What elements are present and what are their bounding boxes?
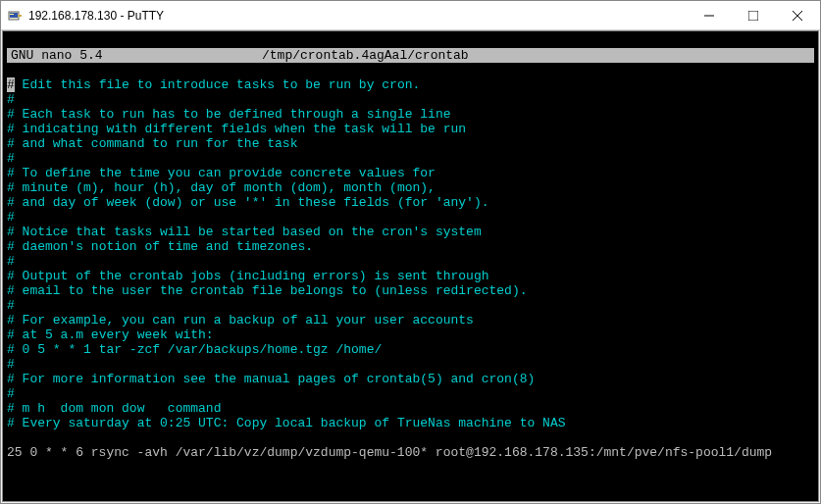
file-line: # For more information see the manual pa… [7,372,814,386]
file-line: # [7,357,814,372]
nano-file-path: /tmp/crontab.4agAal/crontab [262,48,814,63]
comment-hash: # [7,166,15,180]
comment-hash: # [7,225,15,239]
file-line: # and what command to run for the task [7,136,814,151]
line-text: email to the user the crontab file belon… [15,283,528,298]
file-line: # [7,92,814,107]
comment-hash: # [7,313,15,328]
file-line: # Edit this file to introduce tasks to b… [7,77,814,92]
line-text: For more information see the manual page… [15,372,536,386]
comment-hash: # [7,254,15,269]
file-content: # Edit this file to introduce tasks to b… [7,77,814,430]
window-controls [687,1,820,29]
line-text: daemon's notion of time and timezones. [15,239,313,254]
file-line: # [7,210,814,225]
line-text: indicating with different fields when th… [15,122,466,136]
comment-hash: # [7,122,15,136]
comment-hash: # [7,107,15,122]
line-text: 0 5 * * 1 tar -zcf /var/backups/home.tgz… [15,342,382,357]
svg-rect-5 [748,11,758,21]
file-line: # For example, you can run a backup of a… [7,313,814,328]
file-line: # [7,298,814,313]
file-line: # indicating with different fields when … [7,122,814,136]
file-line: # email to the user the crontab file bel… [7,283,814,298]
nano-header: GNU nano 5.4/tmp/crontab.4agAal/crontab [7,48,814,63]
file-line: # Every saturday at 0:25 UTC: Copy local… [7,416,814,430]
file-line: # minute (m), hour (h), day of month (do… [7,180,814,195]
comment-hash: # [7,298,15,313]
line-text: To define the time you can provide concr… [15,166,436,180]
minimize-button[interactable] [687,1,731,29]
file-line: # Each task to run has to be defined thr… [7,107,814,122]
file-line: # daemon's notion of time and timezones. [7,239,814,254]
window-title-bar[interactable]: 192.168.178.130 - PuTTY [1,1,820,30]
putty-icon [7,8,23,24]
comment-hash: # [7,92,15,107]
maximize-button[interactable] [731,1,775,29]
window-title: 192.168.178.130 - PuTTY [28,9,687,23]
nano-app-name: GNU nano 5.4 [7,48,262,63]
comment-hash: # [7,372,15,386]
line-text: at 5 a.m every week with: [15,328,214,342]
line-text: Output of the crontab jobs (including er… [15,269,489,283]
comment-hash: # [7,357,15,372]
comment-hash: # [7,239,15,254]
comment-hash: # [7,386,15,401]
line-text: and what command to run for the task [15,136,298,151]
comment-hash: # [7,269,15,283]
comment-hash: # [7,151,15,166]
close-button[interactable] [775,1,820,29]
blank-line [7,475,814,489]
file-line: # [7,151,814,166]
comment-hash: # [7,136,15,151]
comment-hash: # [7,77,15,92]
comment-hash: # [7,342,15,357]
file-line: # Output of the crontab jobs (including … [7,269,814,283]
comment-hash: # [7,210,15,225]
comment-hash: # [7,283,15,298]
line-text: Every saturday at 0:25 UTC: Copy local b… [15,416,566,430]
terminal-area[interactable]: GNU nano 5.4/tmp/crontab.4agAal/crontab … [2,30,819,502]
command-line: 25 0 * * 6 rsync -avh /var/lib/vz/dump/v… [7,445,814,460]
file-line: # To define the time you can provide con… [7,166,814,180]
line-text: Each task to run has to be defined throu… [15,107,451,122]
line-text: and day of week (dow) or use '*' in thes… [15,195,489,210]
file-line: # m h dom mon dow command [7,401,814,416]
file-line: # at 5 a.m every week with: [7,328,814,342]
file-line: # and day of week (dow) or use '*' in th… [7,195,814,210]
svg-rect-3 [10,14,14,15]
comment-hash: # [7,180,15,195]
comment-hash: # [7,195,15,210]
line-text: Notice that tasks will be started based … [15,225,482,239]
svg-rect-2 [18,15,22,17]
file-line: # Notice that tasks will be started base… [7,225,814,239]
file-line: # 0 5 * * 1 tar -zcf /var/backups/home.t… [7,342,814,357]
line-text: m h dom mon dow command [15,401,222,416]
comment-hash: # [7,328,15,342]
line-text: Edit this file to introduce tasks to be … [15,77,420,92]
comment-hash: # [7,401,15,416]
file-line: # [7,254,814,269]
file-line: # [7,386,814,401]
line-text: For example, you can run a backup of all… [15,313,474,328]
line-text: minute (m), hour (h), day of month (dom)… [15,180,436,195]
comment-hash: # [7,416,15,430]
svg-rect-1 [10,13,18,18]
